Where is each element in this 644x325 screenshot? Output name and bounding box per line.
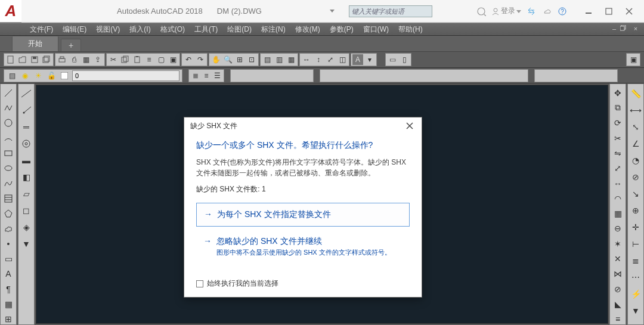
tolerance-icon[interactable]: ⊕: [630, 205, 642, 216]
sun-icon[interactable]: ☀: [33, 70, 44, 81]
text-icon[interactable]: A: [352, 54, 363, 65]
tab-start[interactable]: 开始: [12, 36, 58, 51]
solid-icon[interactable]: ▬: [20, 154, 32, 166]
new-file-icon[interactable]: [5, 54, 16, 65]
dim3-icon[interactable]: ⤢: [325, 54, 336, 65]
title-dropdown-icon[interactable]: [330, 8, 335, 15]
search-input[interactable]: 键入关键字或短语: [349, 5, 432, 17]
properties-group[interactable]: [320, 69, 528, 82]
cloud-icon[interactable]: [2, 224, 14, 234]
ordinate-icon[interactable]: ⊢: [630, 238, 642, 250]
help-icon[interactable]: ?: [557, 6, 568, 17]
color-swatch[interactable]: [59, 70, 70, 81]
baseline-icon[interactable]: ≣: [630, 255, 642, 267]
menu-parametric[interactable]: 参数(P): [325, 23, 358, 35]
dim2-icon[interactable]: ↕: [313, 54, 324, 65]
layout1-icon[interactable]: ▤: [262, 54, 273, 65]
move-icon[interactable]: ✥: [612, 88, 624, 98]
block2-icon[interactable]: ▣: [168, 54, 178, 65]
app-logo[interactable]: A: [0, 0, 21, 23]
polyline-icon[interactable]: [2, 103, 14, 113]
dim4-icon[interactable]: ◫: [337, 54, 348, 65]
join-icon[interactable]: ⋈: [612, 269, 624, 279]
dim1-icon[interactable]: ↔: [301, 54, 312, 65]
dialog-titlebar[interactable]: 缺少 SHX 文件: [184, 117, 422, 134]
lt2-icon[interactable]: ≡: [202, 70, 210, 81]
boundary-icon[interactable]: ▱: [20, 188, 32, 200]
saveall-icon[interactable]: [41, 54, 52, 65]
extra2-icon[interactable]: ▯: [399, 54, 410, 65]
lt1-icon[interactable]: ≣: [191, 70, 200, 81]
insert-icon[interactable]: ⊞: [2, 314, 14, 324]
nav-icon[interactable]: ⊞: [234, 54, 245, 65]
menu-tools[interactable]: 工具(T): [190, 23, 222, 35]
scale-icon[interactable]: ⤢: [612, 163, 624, 174]
publish-icon[interactable]: ⇪: [92, 54, 103, 65]
dialog-option-specify[interactable]: → 为每个 SHX 文件指定替换文件: [196, 203, 410, 227]
minimize-button[interactable]: [578, 4, 599, 18]
trim-icon[interactable]: ✂: [612, 133, 624, 143]
close-button[interactable]: [619, 4, 639, 18]
menu-draw[interactable]: 绘图(D): [222, 23, 256, 35]
nav2-icon[interactable]: ⊡: [246, 54, 257, 65]
align-icon[interactable]: ≡: [612, 314, 624, 324]
erase-icon[interactable]: ✕: [612, 253, 624, 264]
line-icon[interactable]: [2, 88, 14, 98]
ellipse-icon[interactable]: [2, 163, 14, 174]
menu-insert[interactable]: 插入(I): [125, 23, 155, 35]
polygon-icon[interactable]: [2, 209, 14, 219]
rt1-icon[interactable]: ▣: [628, 54, 639, 65]
infocenter-icon[interactable]: [476, 6, 487, 17]
xline-icon[interactable]: [20, 88, 32, 100]
fillet-icon[interactable]: ◠: [612, 193, 624, 203]
exchange-icon[interactable]: [526, 6, 537, 17]
extra1-icon[interactable]: ▭: [387, 54, 398, 65]
mirror-icon[interactable]: ⇋: [612, 148, 624, 158]
revision-icon[interactable]: ◈: [20, 221, 32, 233]
arc-icon[interactable]: [2, 133, 14, 143]
lineweight-group[interactable]: [534, 69, 618, 82]
menu-file[interactable]: 文件(F): [25, 23, 58, 35]
zoom-icon[interactable]: 🔍: [222, 54, 233, 65]
hatch-icon[interactable]: [2, 193, 14, 203]
lt3-icon[interactable]: ☰: [213, 70, 221, 81]
dim-radius-icon[interactable]: ◔: [630, 154, 642, 166]
maximize-button[interactable]: [599, 4, 619, 18]
a360-icon[interactable]: [541, 6, 552, 17]
menu-dimension[interactable]: 标注(N): [256, 23, 290, 35]
lock-icon[interactable]: 🔓: [46, 70, 57, 81]
menu-format[interactable]: 格式(O): [156, 23, 190, 35]
menu-modify[interactable]: 修改(M): [290, 23, 325, 35]
circle-icon[interactable]: [2, 118, 14, 128]
chamfer-icon[interactable]: ◣: [612, 299, 624, 309]
gradient-icon[interactable]: ◧: [20, 171, 32, 183]
text-draw-icon[interactable]: A: [2, 269, 14, 279]
linetype-group[interactable]: [230, 69, 314, 82]
ray-icon[interactable]: [20, 104, 32, 116]
undo-icon[interactable]: ↶: [183, 54, 194, 65]
print-preview-icon[interactable]: ⎙: [69, 54, 79, 65]
menu-edit[interactable]: 编辑(E): [58, 23, 91, 35]
continue-icon[interactable]: ⋯: [630, 271, 642, 283]
layout2-icon[interactable]: ▥: [274, 54, 284, 65]
leader-icon[interactable]: ↘: [630, 188, 642, 200]
open-file-icon[interactable]: [17, 54, 28, 65]
wipeout-icon[interactable]: ◻: [20, 205, 32, 216]
child-close-button[interactable]: ×: [631, 25, 640, 33]
donut-icon[interactable]: [20, 138, 32, 150]
text-dd-icon[interactable]: ▾: [364, 54, 375, 65]
bulb-icon[interactable]: ◉: [20, 70, 30, 81]
rotate-icon[interactable]: ⟳: [612, 118, 624, 128]
layout3-icon[interactable]: ▦: [286, 54, 296, 65]
login-button[interactable]: 登录: [491, 6, 521, 16]
layer-state-icon[interactable]: ▤: [7, 70, 17, 81]
dialog-option-ignore[interactable]: → 忽略缺少的 SHX 文件并继续 图形中将不会显示使用缺少的 SHX 文件的文…: [196, 233, 410, 261]
region-icon[interactable]: ▭: [2, 253, 14, 264]
dimpanel-icon[interactable]: ▼: [630, 305, 642, 317]
spline-icon[interactable]: [2, 178, 14, 188]
print-icon[interactable]: [57, 54, 67, 65]
dim-linear-icon[interactable]: ⟷: [630, 104, 642, 116]
paste-icon[interactable]: [132, 54, 143, 65]
drawpanel-icon[interactable]: ▼: [20, 238, 32, 250]
plot-icon[interactable]: ▦: [80, 54, 91, 65]
